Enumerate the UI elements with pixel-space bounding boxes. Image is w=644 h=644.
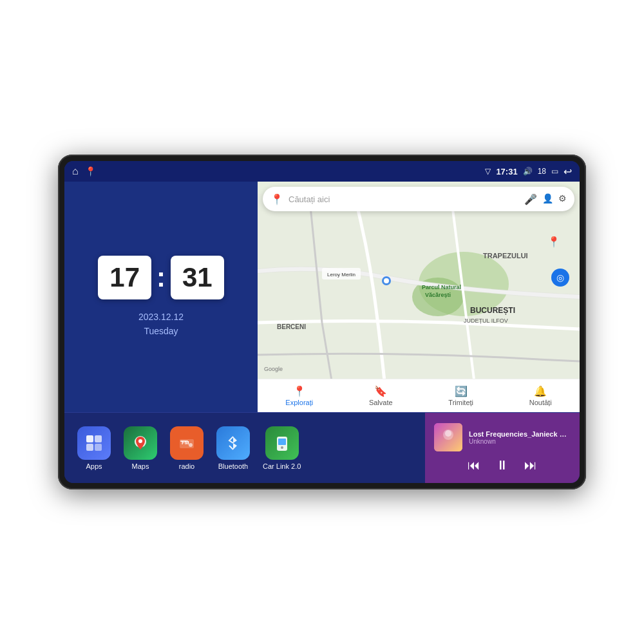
svg-text:BERCENI: BERCENI: [277, 323, 306, 330]
prev-button[interactable]: ⏮: [468, 458, 480, 473]
svg-text:Google: Google: [264, 366, 283, 372]
device-screen: ⌂ 📍 ▽ 17:31 🔊 18 ▭ ↩ 17 : 31: [64, 161, 580, 483]
clock-hours: 17: [98, 256, 151, 299]
map-nav-news-label: Noutăți: [529, 399, 552, 406]
svg-text:Parcul Natural: Parcul Natural: [422, 284, 461, 290]
volume-icon: 🔊: [523, 167, 533, 176]
music-title: Lost Frequencies_Janieck Devy-...: [469, 430, 571, 438]
svg-rect-19: [86, 444, 93, 451]
svg-text:JUDEȚUL ILFOV: JUDEȚUL ILFOV: [464, 317, 508, 324]
map-search-icons: 🎤 👤 ⚙: [524, 193, 567, 205]
volume-level: 18: [538, 167, 546, 176]
radio-label: radio: [179, 462, 194, 470]
app-icon-maps[interactable]: Maps: [124, 426, 157, 470]
clock-panel: 17 : 31 2023.12.12 Tuesday: [64, 182, 258, 412]
app-icon-radio[interactable]: FM radio: [170, 426, 204, 470]
map-nav-saved[interactable]: 🔖 Salvate: [369, 385, 393, 406]
svg-text:Văcărești: Văcărești: [425, 292, 451, 298]
music-artist: Unknown: [469, 438, 571, 445]
clock-separator: :: [156, 262, 166, 293]
apps-label: Apps: [86, 462, 102, 470]
map-nav-send-label: Trimiteți: [448, 399, 473, 406]
map-nav-news[interactable]: 🔔 Noutăți: [529, 385, 552, 406]
maps-label: Maps: [132, 462, 149, 470]
svg-text:◎: ◎: [556, 272, 564, 283]
bottom-section: Apps Maps: [64, 412, 580, 483]
saved-icon: 🔖: [374, 385, 387, 397]
map-nav-explore-label: Explorați: [285, 399, 313, 406]
maps-app-icon: [124, 426, 157, 460]
account-icon[interactable]: 👤: [542, 193, 553, 205]
top-section: 17 : 31 2023.12.12 Tuesday 📍 Căutați aic…: [64, 182, 580, 412]
status-time: 17:31: [496, 167, 517, 176]
apps-icon: [77, 426, 111, 460]
status-right: ▽ 17:31 🔊 18 ▭ ↩: [485, 166, 572, 178]
map-nav-saved-label: Salvate: [369, 399, 393, 406]
music-controls: ⏮ ⏸ ⏭: [434, 458, 571, 473]
svg-point-25: [189, 443, 193, 447]
status-left: ⌂ 📍: [72, 166, 96, 177]
main-content: 17 : 31 2023.12.12 Tuesday 📍 Căutați aic…: [64, 182, 580, 483]
mic-icon[interactable]: 🎤: [524, 193, 537, 205]
carlink-icon: [265, 426, 299, 460]
bluetooth-label: Bluetooth: [218, 462, 248, 470]
clock-display: 17 : 31: [98, 256, 223, 299]
svg-point-29: [281, 446, 283, 449]
svg-text:TRAPEZULUI: TRAPEZULUI: [483, 252, 528, 260]
maps-pin-icon: 📍: [270, 193, 283, 205]
map-nav-send[interactable]: 🔄 Trimiteți: [448, 385, 473, 406]
home-icon[interactable]: ⌂: [72, 166, 79, 177]
music-thumbnail: [434, 423, 462, 451]
svg-rect-28: [278, 439, 286, 445]
location-status-icon: 📍: [85, 166, 96, 176]
signal-icon: ▽: [485, 167, 491, 176]
map-search-placeholder[interactable]: Căutați aici: [289, 194, 519, 204]
clock-minutes: 31: [171, 256, 224, 299]
app-icon-bluetooth[interactable]: Bluetooth: [216, 426, 250, 470]
radio-icon: FM: [170, 426, 204, 460]
next-button[interactable]: ⏭: [524, 458, 537, 473]
app-icon-carlink[interactable]: Car Link 2.0: [263, 426, 301, 470]
map-nav-explore[interactable]: 📍 Explorați: [285, 385, 313, 406]
explore-icon: 📍: [293, 385, 306, 397]
clock-date: 2023.12.12 Tuesday: [138, 310, 184, 339]
map-panel[interactable]: 📍 Căutați aici 🎤 👤 ⚙: [258, 182, 580, 412]
svg-text:📍: 📍: [547, 236, 560, 248]
carlink-label: Car Link 2.0: [263, 462, 301, 470]
music-text: Lost Frequencies_Janieck Devy-... Unknow…: [469, 430, 571, 445]
back-icon[interactable]: ↩: [564, 166, 572, 178]
news-icon: 🔔: [534, 385, 547, 397]
app-icon-apps[interactable]: Apps: [77, 426, 111, 470]
music-info: Lost Frequencies_Janieck Devy-... Unknow…: [434, 423, 571, 451]
svg-point-32: [445, 430, 451, 437]
svg-text:BUCUREȘTI: BUCUREȘTI: [470, 306, 515, 315]
device-frame: ⌂ 📍 ▽ 17:31 🔊 18 ▭ ↩ 17 : 31: [58, 155, 586, 489]
svg-point-22: [138, 439, 142, 443]
map-search-bar[interactable]: 📍 Căutați aici 🎤 👤 ⚙: [263, 187, 574, 211]
svg-rect-18: [95, 435, 102, 442]
svg-text:Leroy Merlin: Leroy Merlin: [327, 272, 355, 278]
map-background: TRAPEZULUI BUCUREȘTI JUDEȚUL ILFOV BERCE…: [258, 182, 580, 412]
svg-rect-17: [86, 435, 93, 442]
status-bar: ⌂ 📍 ▽ 17:31 🔊 18 ▭ ↩: [64, 161, 580, 182]
map-bottom-nav: 📍 Explorați 🔖 Salvate 🔄 Trimiteți �: [258, 379, 580, 412]
play-pause-button[interactable]: ⏸: [496, 458, 509, 473]
bluetooth-icon: [216, 426, 250, 460]
svg-point-12: [384, 278, 389, 283]
settings-icon[interactable]: ⚙: [558, 193, 567, 205]
app-icons: Apps Maps: [64, 413, 425, 483]
svg-rect-26: [180, 440, 188, 442]
svg-rect-20: [95, 444, 102, 451]
send-icon: 🔄: [455, 385, 468, 397]
battery-icon: ▭: [551, 167, 558, 176]
music-player: Lost Frequencies_Janieck Devy-... Unknow…: [425, 413, 580, 483]
